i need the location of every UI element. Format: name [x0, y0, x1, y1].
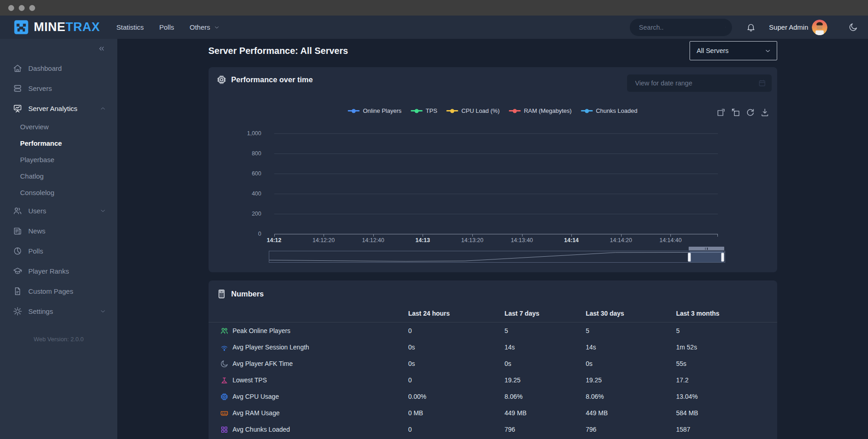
chart-legend: Online PlayersTPSCPU Load (%)RAM (Megaby…: [209, 107, 777, 114]
y-tick-label: 200: [252, 211, 261, 217]
traffic-light-dot[interactable]: [8, 5, 14, 11]
chart-plot-area[interactable]: [274, 133, 718, 234]
numbers-header-row: Last 24 hoursLast 7 daysLast 30 daysLast…: [209, 306, 777, 323]
sidebar-item-label: Servers: [28, 85, 52, 92]
sidebar-item-chatlog[interactable]: Chatlog: [0, 168, 117, 184]
nav-link-polls[interactable]: Polls: [159, 23, 174, 31]
row-value: 1587: [676, 426, 777, 433]
sidebar-item-label: Server Analytics: [28, 105, 78, 112]
row-label: Avg Player AFK Time: [220, 360, 408, 368]
row-value: 0: [408, 376, 505, 384]
legend-chunks-loaded[interactable]: Chunks Loaded: [581, 107, 638, 114]
sidebar-item-label: Polls: [28, 247, 43, 255]
brush-handle-right[interactable]: [721, 253, 724, 262]
legend-online-players[interactable]: Online Players: [348, 107, 402, 114]
nav-link-others[interactable]: Others: [190, 23, 220, 31]
search-icon[interactable]: [725, 23, 726, 31]
column-header-last-24-hours: Last 24 hours: [408, 310, 505, 317]
date-range-input-wrap: [627, 74, 772, 92]
legend-ram-megabytes[interactable]: RAM (Megabytes): [509, 107, 572, 114]
reset-zoom-icon[interactable]: [731, 107, 741, 117]
x-tick-label: 14:13: [415, 237, 430, 243]
nav-link-statistics[interactable]: Statistics: [116, 23, 144, 31]
chart-brush[interactable]: [269, 251, 725, 263]
row-value: 1m 52s: [676, 344, 777, 351]
x-tick-label: 14:13:20: [461, 237, 484, 243]
legend-tps[interactable]: TPS: [411, 107, 437, 114]
sidebar-item-overview[interactable]: Overview: [0, 118, 117, 135]
pages-icon: [13, 286, 22, 296]
sidebar-item-news[interactable]: News: [0, 221, 117, 241]
bell-icon[interactable]: [746, 22, 756, 32]
server-select[interactable]: All Servers: [690, 41, 777, 60]
selection-zoom-icon[interactable]: [716, 107, 726, 117]
y-tick-label: 400: [252, 190, 261, 197]
brush-handle-left[interactable]: [688, 253, 691, 262]
search-box[interactable]: [630, 19, 732, 36]
date-range-input[interactable]: [634, 79, 758, 87]
chevron-down-icon: [99, 308, 106, 315]
search-input[interactable]: [638, 23, 725, 32]
legend-cpu-load[interactable]: CPU Load (%): [446, 107, 500, 114]
download-icon[interactable]: [760, 107, 770, 117]
web-version: Web Version: 2.0.0: [0, 336, 117, 343]
sidebar-item-label: Users: [28, 207, 46, 215]
brush-grip[interactable]: [689, 247, 724, 250]
row-label: Avg Chunks Loaded: [220, 425, 408, 434]
x-tick-label: 14:13:40: [511, 237, 533, 243]
x-tick-label: 14:12: [267, 237, 282, 243]
row-value: 449 MB: [505, 409, 586, 417]
refresh-icon[interactable]: [745, 107, 755, 117]
sidebar-item-server-analytics[interactable]: Server Analytics: [0, 98, 117, 118]
analytics-icon: [13, 104, 22, 113]
sidebar-nav: DashboardServersServer AnalyticsOverview…: [0, 58, 117, 321]
chart-toolbar: [716, 107, 770, 117]
sidebar-item-label: Settings: [28, 307, 53, 315]
nav-link-label: Polls: [159, 23, 174, 31]
chevron-down-icon: [764, 48, 771, 54]
sidebar-item-performance[interactable]: Performance: [0, 135, 117, 151]
user-avatar[interactable]: [812, 20, 827, 35]
sidebar-item-custom-pages[interactable]: Custom Pages: [0, 281, 117, 301]
row-value: 17.2: [676, 376, 777, 384]
afk-moon-icon: [220, 360, 229, 368]
sidebar-item-settings[interactable]: Settings: [0, 301, 117, 321]
legend-label: TPS: [426, 107, 437, 114]
row-label-text: Avg Player Session Length: [233, 344, 309, 351]
y-tick-label: 800: [252, 150, 261, 157]
sidebar-item-player-ranks[interactable]: Player Ranks: [0, 261, 117, 281]
x-tick-mark: [324, 234, 324, 237]
moon-icon[interactable]: [848, 22, 858, 32]
performance-card-title: Performance over time: [216, 74, 313, 85]
sidebar-item-label: Dashboard: [28, 64, 62, 72]
row-value: 0s: [408, 360, 505, 367]
window-titlebar: [0, 0, 868, 16]
traffic-light-dot[interactable]: [19, 5, 25, 11]
sidebar-item-dashboard[interactable]: Dashboard: [0, 58, 117, 78]
legend-marker: [446, 109, 458, 113]
sidebar-item-users[interactable]: Users: [0, 201, 117, 221]
x-tick-mark: [423, 234, 423, 237]
sidebar-item-polls[interactable]: Polls: [0, 241, 117, 261]
cpu-chip-icon: [220, 392, 229, 401]
sidebar-item-label: Performance: [20, 139, 62, 147]
sidebar-item-playerbase[interactable]: Playerbase: [0, 151, 117, 168]
legend-marker: [411, 109, 423, 113]
chevron-up-icon: [99, 105, 106, 112]
sidebar-item-servers[interactable]: Servers: [0, 78, 117, 98]
session-signal-icon: [220, 343, 229, 352]
minetrax-logo[interactable]: MINETRAX: [14, 20, 100, 35]
gridline: [274, 133, 718, 134]
logo-text: MINETRAX: [34, 21, 100, 33]
double-chevron-left-icon[interactable]: [98, 45, 105, 53]
traffic-light-dot[interactable]: [29, 5, 35, 11]
table-row-avg-cpu-usage: Avg CPU Usage0.00%8.06%8.06%13.04%: [209, 388, 777, 405]
brush-selection[interactable]: [690, 251, 723, 262]
legend-label: Chunks Loaded: [596, 107, 638, 114]
chevron-down-icon: [99, 207, 106, 214]
sidebar-item-consolelog[interactable]: Consolelog: [0, 184, 117, 201]
x-tick-mark: [522, 234, 523, 237]
user-name[interactable]: Super Admin: [769, 23, 808, 31]
row-value: 8.06%: [505, 393, 586, 400]
sidebar-item-label: Consolelog: [20, 189, 54, 196]
